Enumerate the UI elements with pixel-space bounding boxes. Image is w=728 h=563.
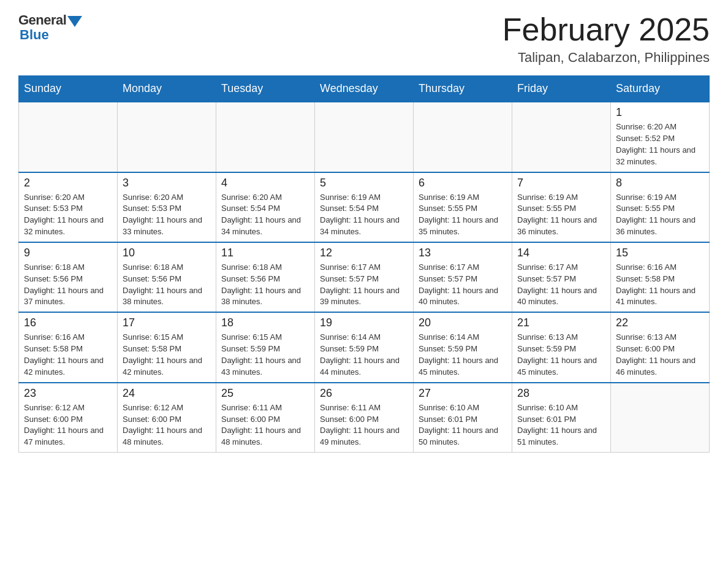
title-section: February 2025 Talipan, Calabarzon, Phili…: [502, 12, 710, 66]
calendar-cell: 4Sunrise: 6:20 AM Sunset: 5:54 PM Daylig…: [216, 172, 315, 242]
day-info: Sunrise: 6:10 AM Sunset: 6:01 PM Dayligh…: [419, 402, 507, 448]
logo: General Blue: [18, 12, 82, 43]
day-info: Sunrise: 6:10 AM Sunset: 6:01 PM Dayligh…: [517, 402, 605, 448]
month-title: February 2025: [502, 12, 710, 47]
day-info: Sunrise: 6:13 AM Sunset: 6:00 PM Dayligh…: [616, 332, 704, 378]
calendar-cell: [216, 102, 315, 172]
day-number: 8: [616, 177, 704, 190]
day-info: Sunrise: 6:20 AM Sunset: 5:54 PM Dayligh…: [221, 192, 309, 238]
logo-general-text: General: [18, 12, 66, 28]
day-info: Sunrise: 6:15 AM Sunset: 5:58 PM Dayligh…: [123, 332, 211, 378]
day-number: 23: [24, 387, 112, 400]
day-number: 21: [517, 316, 605, 329]
calendar-cell: 27Sunrise: 6:10 AM Sunset: 6:01 PM Dayli…: [414, 383, 512, 453]
day-info: Sunrise: 6:18 AM Sunset: 5:56 PM Dayligh…: [123, 262, 211, 308]
week-row-4: 16Sunrise: 6:16 AM Sunset: 5:58 PM Dayli…: [19, 312, 710, 382]
week-row-1: 1Sunrise: 6:20 AM Sunset: 5:52 PM Daylig…: [19, 102, 710, 172]
calendar-cell: 6Sunrise: 6:19 AM Sunset: 5:55 PM Daylig…: [414, 172, 512, 242]
logo-triangle-icon: [67, 16, 82, 27]
day-info: Sunrise: 6:20 AM Sunset: 5:53 PM Dayligh…: [24, 192, 112, 238]
day-info: Sunrise: 6:16 AM Sunset: 5:58 PM Dayligh…: [24, 332, 112, 378]
calendar-cell: 25Sunrise: 6:11 AM Sunset: 6:00 PM Dayli…: [216, 383, 315, 453]
day-number: 20: [419, 316, 507, 329]
day-header-wednesday: Wednesday: [315, 76, 414, 102]
day-number: 19: [320, 316, 408, 329]
calendar-table: SundayMondayTuesdayWednesdayThursdayFrid…: [18, 75, 710, 453]
day-info: Sunrise: 6:19 AM Sunset: 5:55 PM Dayligh…: [419, 192, 507, 238]
calendar-cell: 3Sunrise: 6:20 AM Sunset: 5:53 PM Daylig…: [118, 172, 216, 242]
day-info: Sunrise: 6:11 AM Sunset: 6:00 PM Dayligh…: [320, 402, 408, 448]
day-number: 4: [221, 177, 309, 190]
day-info: Sunrise: 6:11 AM Sunset: 6:00 PM Dayligh…: [221, 402, 309, 448]
day-header-sunday: Sunday: [19, 76, 118, 102]
calendar-cell: 5Sunrise: 6:19 AM Sunset: 5:54 PM Daylig…: [315, 172, 414, 242]
calendar-cell: 2Sunrise: 6:20 AM Sunset: 5:53 PM Daylig…: [19, 172, 118, 242]
day-number: 13: [419, 247, 507, 259]
day-number: 3: [123, 177, 211, 190]
day-header-thursday: Thursday: [414, 76, 512, 102]
day-number: 14: [517, 247, 605, 259]
day-header-saturday: Saturday: [611, 76, 710, 102]
day-info: Sunrise: 6:12 AM Sunset: 6:00 PM Dayligh…: [123, 402, 211, 448]
day-info: Sunrise: 6:12 AM Sunset: 6:00 PM Dayligh…: [24, 402, 112, 448]
calendar-cell: 20Sunrise: 6:14 AM Sunset: 5:59 PM Dayli…: [414, 312, 512, 382]
calendar-cell: 1Sunrise: 6:20 AM Sunset: 5:52 PM Daylig…: [611, 102, 710, 172]
day-number: 25: [221, 387, 309, 400]
calendar-cell: 8Sunrise: 6:19 AM Sunset: 5:55 PM Daylig…: [611, 172, 710, 242]
day-number: 12: [320, 247, 408, 259]
calendar-cell: [611, 383, 710, 453]
calendar-cell: 23Sunrise: 6:12 AM Sunset: 6:00 PM Dayli…: [19, 383, 118, 453]
calendar-header-row: SundayMondayTuesdayWednesdayThursdayFrid…: [19, 76, 710, 102]
day-number: 9: [24, 247, 112, 259]
calendar-cell: 13Sunrise: 6:17 AM Sunset: 5:57 PM Dayli…: [414, 242, 512, 312]
calendar-cell: 26Sunrise: 6:11 AM Sunset: 6:00 PM Dayli…: [315, 383, 414, 453]
day-number: 6: [419, 177, 507, 190]
day-number: 16: [24, 316, 112, 329]
day-info: Sunrise: 6:16 AM Sunset: 5:58 PM Dayligh…: [616, 262, 704, 308]
calendar-cell: 24Sunrise: 6:12 AM Sunset: 6:00 PM Dayli…: [118, 383, 216, 453]
day-header-tuesday: Tuesday: [216, 76, 315, 102]
calendar-cell: 14Sunrise: 6:17 AM Sunset: 5:57 PM Dayli…: [512, 242, 611, 312]
day-info: Sunrise: 6:19 AM Sunset: 5:54 PM Dayligh…: [320, 192, 408, 238]
calendar-cell: 16Sunrise: 6:16 AM Sunset: 5:58 PM Dayli…: [19, 312, 118, 382]
calendar-cell: 10Sunrise: 6:18 AM Sunset: 5:56 PM Dayli…: [118, 242, 216, 312]
week-row-3: 9Sunrise: 6:18 AM Sunset: 5:56 PM Daylig…: [19, 242, 710, 312]
day-header-monday: Monday: [118, 76, 216, 102]
day-number: 26: [320, 387, 408, 400]
calendar-cell: 9Sunrise: 6:18 AM Sunset: 5:56 PM Daylig…: [19, 242, 118, 312]
day-number: 15: [616, 247, 704, 259]
calendar-cell: 18Sunrise: 6:15 AM Sunset: 5:59 PM Dayli…: [216, 312, 315, 382]
day-number: 10: [123, 247, 211, 259]
day-number: 22: [616, 316, 704, 329]
logo-blue-text: Blue: [20, 27, 49, 43]
day-number: 11: [221, 247, 309, 259]
calendar-cell: 21Sunrise: 6:13 AM Sunset: 5:59 PM Dayli…: [512, 312, 611, 382]
day-info: Sunrise: 6:14 AM Sunset: 5:59 PM Dayligh…: [320, 332, 408, 378]
day-info: Sunrise: 6:17 AM Sunset: 5:57 PM Dayligh…: [419, 262, 507, 308]
calendar-cell: [414, 102, 512, 172]
calendar-cell: 19Sunrise: 6:14 AM Sunset: 5:59 PM Dayli…: [315, 312, 414, 382]
calendar-cell: [315, 102, 414, 172]
day-header-friday: Friday: [512, 76, 611, 102]
day-info: Sunrise: 6:13 AM Sunset: 5:59 PM Dayligh…: [517, 332, 605, 378]
day-number: 24: [123, 387, 211, 400]
day-info: Sunrise: 6:20 AM Sunset: 5:53 PM Dayligh…: [123, 192, 211, 238]
day-number: 7: [517, 177, 605, 190]
calendar-cell: 12Sunrise: 6:17 AM Sunset: 5:57 PM Dayli…: [315, 242, 414, 312]
day-info: Sunrise: 6:18 AM Sunset: 5:56 PM Dayligh…: [221, 262, 309, 308]
day-info: Sunrise: 6:19 AM Sunset: 5:55 PM Dayligh…: [517, 192, 605, 238]
day-info: Sunrise: 6:15 AM Sunset: 5:59 PM Dayligh…: [221, 332, 309, 378]
calendar-cell: [118, 102, 216, 172]
day-number: 2: [24, 177, 112, 190]
page-header: General Blue February 2025 Talipan, Cala…: [18, 12, 710, 66]
day-number: 27: [419, 387, 507, 400]
day-info: Sunrise: 6:20 AM Sunset: 5:52 PM Dayligh…: [616, 121, 704, 167]
day-number: 18: [221, 316, 309, 329]
day-number: 5: [320, 177, 408, 190]
calendar-cell: 17Sunrise: 6:15 AM Sunset: 5:58 PM Dayli…: [118, 312, 216, 382]
day-number: 1: [616, 106, 704, 119]
week-row-5: 23Sunrise: 6:12 AM Sunset: 6:00 PM Dayli…: [19, 383, 710, 453]
day-info: Sunrise: 6:17 AM Sunset: 5:57 PM Dayligh…: [320, 262, 408, 308]
calendar-cell: [19, 102, 118, 172]
location-title: Talipan, Calabarzon, Philippines: [502, 50, 710, 66]
